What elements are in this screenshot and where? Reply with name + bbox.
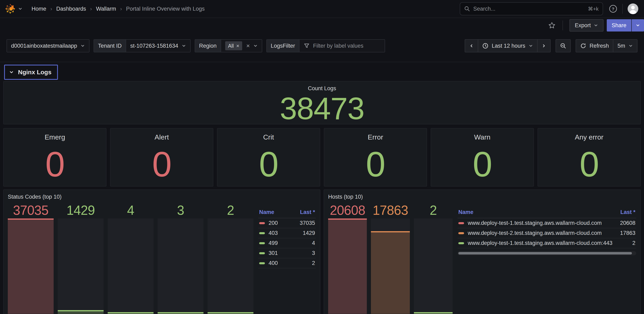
series-last-value: 2 <box>312 260 315 266</box>
legend-row[interactable]: 4994 <box>258 238 316 248</box>
stat-panel-title[interactable]: Emerg <box>7 133 103 141</box>
clear-region-icon[interactable]: × <box>246 42 250 49</box>
legend-row[interactable]: 4031429 <box>258 228 316 238</box>
stat-panel-title[interactable]: Crit <box>221 133 316 141</box>
stat-panel-value: 0 <box>541 146 637 182</box>
legend-table: NameLast *www.deploy-test-1.test.staging… <box>458 208 636 314</box>
chevron-down-icon <box>9 70 14 75</box>
bar-track <box>158 219 204 314</box>
count-logs-value: 38473 <box>7 93 637 124</box>
row-nginx-logs-toggle[interactable]: Nginx Logs <box>4 65 58 80</box>
share-button[interactable]: Share <box>607 19 631 31</box>
chevron-down-icon <box>182 43 186 48</box>
refresh-button[interactable]: Refresh <box>576 39 614 52</box>
grafana-logo-button[interactable] <box>5 3 22 14</box>
legend-row[interactable]: 3013 <box>258 248 316 258</box>
time-range-picker-button[interactable]: Last 12 hours <box>478 39 538 52</box>
svg-text:?: ? <box>612 6 614 11</box>
actions-divider <box>562 20 563 30</box>
bar-fill <box>108 312 154 314</box>
stat-panel-title[interactable]: Warn <box>434 133 530 141</box>
bar-column: 17863 <box>371 203 410 314</box>
search-input[interactable] <box>473 6 585 12</box>
stat-panel-title[interactable]: Any error <box>541 133 637 141</box>
series-color-pill <box>458 222 464 224</box>
refresh-interval-dropdown[interactable]: 5m <box>613 39 638 52</box>
series-color-pill <box>458 242 464 244</box>
legend-row[interactable]: 20037035 <box>258 218 316 228</box>
series-last-value: 20608 <box>620 220 636 226</box>
bar-column: 2 <box>208 203 254 314</box>
panel-title[interactable]: Status Codes (top 10) <box>8 193 316 201</box>
dashboard-actions-row: Export Share <box>0 18 644 33</box>
legend-sort-name[interactable]: Name <box>259 209 274 215</box>
series-last-value: 4 <box>312 240 315 246</box>
legend-sort-last[interactable]: Last * <box>300 209 315 215</box>
bar-value-label: 2 <box>208 203 254 219</box>
legend-scrollbar-track <box>458 251 636 255</box>
legend-scrollbar-thumb[interactable] <box>458 252 632 255</box>
bar-value-label: 3 <box>158 203 204 219</box>
bar-value-label: 20608 <box>328 203 367 219</box>
series-color-pill <box>259 232 265 234</box>
legend-row[interactable]: 4002 <box>258 258 316 268</box>
legend-sort-last[interactable]: Last * <box>620 209 636 215</box>
panel-hosts: Hosts (top 10) 20608178632NameLast *www.… <box>324 189 641 314</box>
panel-title[interactable]: Hosts (top 10) <box>328 193 636 201</box>
stat-panel-warn: Warn0 <box>431 128 534 187</box>
search-box[interactable]: ⌘+k <box>460 2 603 15</box>
breadcrumb-dashboards[interactable]: Dashboards <box>56 6 86 12</box>
app-variable-dropdown[interactable]: d0001ainboxatestmailaapp <box>7 40 89 52</box>
breadcrumb-home[interactable]: Home <box>32 6 46 12</box>
search-icon <box>464 6 470 12</box>
hosts-chart: 20608178632NameLast *www.deploy-test-1.t… <box>328 203 636 314</box>
bar-track <box>108 219 154 314</box>
time-range-group: Last 12 hours <box>465 39 551 52</box>
region-dropdown[interactable]: All × × <box>221 40 262 52</box>
series-color-pill <box>259 242 265 244</box>
bar-chart: 20608178632 <box>328 203 452 314</box>
series-color-pill <box>259 262 265 264</box>
series-name: 400 <box>268 260 308 266</box>
series-color-pill <box>259 222 265 224</box>
breadcrumb-current-page: Portal Inline Overview with Logs <box>126 6 205 12</box>
bar-track <box>58 219 104 314</box>
legend-sort-name[interactable]: Name <box>458 209 474 215</box>
stat-panel-value: 0 <box>221 146 316 182</box>
bar-value-label: 17863 <box>371 203 410 219</box>
stat-panel-title[interactable]: Alert <box>114 133 210 141</box>
legend-row[interactable]: www.deploy-test-1.test.staging.aws.walla… <box>458 238 636 248</box>
legend-row[interactable]: www.deploy-test-1.test.staging.aws.walla… <box>458 218 636 228</box>
help-button[interactable]: ? <box>609 4 618 13</box>
stat-panel-title[interactable]: Error <box>328 133 423 141</box>
stat-panel-any-error: Any error0 <box>538 128 641 187</box>
time-forward-button[interactable] <box>538 39 551 52</box>
series-name: 301 <box>268 250 308 256</box>
legend-row[interactable]: www.deploy-test-2.test.staging.aws.walla… <box>458 228 636 238</box>
logsfilter-input[interactable] <box>313 43 380 49</box>
filter-funnel-icon <box>304 43 310 49</box>
stat-panels-row: Emerg0Alert0Crit0Error0Warn0Any error0 <box>3 128 641 187</box>
export-button[interactable]: Export <box>570 19 604 31</box>
time-back-button[interactable] <box>465 39 478 52</box>
stat-panel-value: 0 <box>328 146 423 182</box>
bar-column: 37035 <box>8 203 54 314</box>
zoom-out-time-button[interactable] <box>556 39 571 52</box>
breadcrumb-wallarm[interactable]: Wallarm <box>96 6 116 12</box>
user-avatar[interactable] <box>628 3 638 14</box>
remove-region-value-icon[interactable]: × <box>236 43 239 49</box>
panel-status-codes: Status Codes (top 10) 370351429432NameLa… <box>3 189 320 314</box>
bar-column: 1429 <box>58 203 104 314</box>
series-last-value: 17863 <box>620 230 636 236</box>
series-name: 200 <box>268 220 296 226</box>
variable-tenant: Tenant ID st-107263-1581634 <box>94 39 190 52</box>
breadcrumb-separator: › <box>120 6 122 12</box>
series-name: 403 <box>268 230 299 236</box>
star-dashboard-button[interactable] <box>548 21 556 29</box>
share-menu-button[interactable] <box>632 19 644 31</box>
variable-app: d0001ainboxatestmailaapp <box>6 39 90 52</box>
tenant-id-dropdown[interactable]: st-107263-1581634 <box>126 40 190 52</box>
variable-region: Region All × × <box>195 39 262 52</box>
bar-fill <box>58 310 104 314</box>
bar-chart: 370351429432 <box>8 203 254 314</box>
